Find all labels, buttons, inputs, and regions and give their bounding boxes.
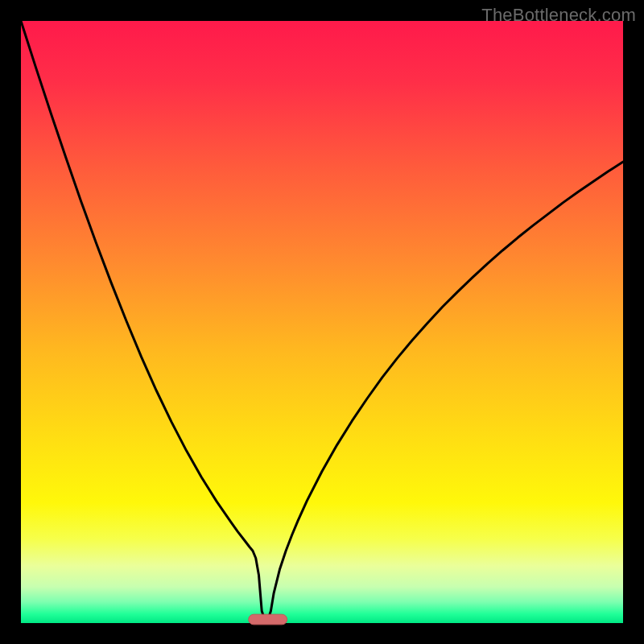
bottleneck-chart	[0, 0, 644, 644]
watermark-text: TheBottleneck.com	[481, 5, 636, 26]
optimal-point-marker	[249, 614, 287, 625]
chart-frame: TheBottleneck.com	[0, 0, 644, 644]
svg-rect-0	[21, 21, 623, 623]
